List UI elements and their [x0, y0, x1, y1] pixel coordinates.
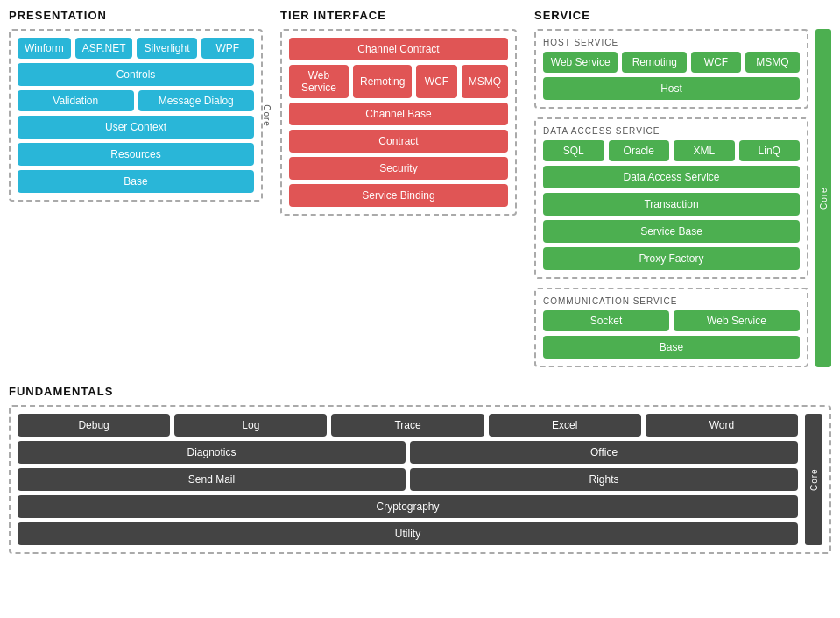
presentation-title: PRESENTATION — [9, 9, 263, 22]
aspnet-btn[interactable]: ASP.NET — [75, 38, 133, 59]
resources-btn[interactable]: Resources — [18, 143, 254, 166]
data-access-row1: SQL Oracle XML LinQ — [543, 140, 800, 161]
contract-btn[interactable]: Contract — [289, 130, 508, 153]
channel-contract-btn[interactable]: Channel Contract — [289, 38, 508, 60]
presentation-box: Winform ASP.NET Silverlight WPF Controls… — [9, 29, 263, 202]
fund-row2: Diagnotics Office — [18, 441, 798, 464]
tier-wcf-btn[interactable]: WCF — [416, 65, 456, 98]
word-btn[interactable]: Word — [646, 414, 798, 437]
winform-btn[interactable]: Winform — [18, 38, 71, 59]
service-binding-btn[interactable]: Service Binding — [289, 184, 508, 207]
user-context-btn[interactable]: User Context — [18, 116, 254, 139]
utility-btn[interactable]: Utility — [18, 522, 798, 545]
controls-btn[interactable]: Controls — [18, 63, 254, 86]
office-btn[interactable]: Office — [410, 441, 798, 464]
tier-interface-box: Channel Contract Web Service Remoting WC… — [280, 29, 517, 216]
fund-row1: Debug Log Trace Excel Word — [18, 414, 798, 437]
oracle-btn[interactable]: Oracle — [609, 140, 670, 161]
tier-row1: Web Service Remoting WCF MSMQ — [289, 65, 508, 98]
tier-webservice-btn[interactable]: Web Service — [289, 65, 349, 98]
service-core-label: Core — [815, 29, 831, 367]
trace-btn[interactable]: Trace — [331, 414, 484, 437]
comm-base-btn[interactable]: Base — [543, 336, 800, 359]
message-dialog-btn[interactable]: Message Dialog — [138, 90, 255, 111]
presentation-row1: Winform ASP.NET Silverlight WPF — [18, 38, 254, 59]
fund-row3: Send Mail Rights — [18, 468, 798, 491]
host-wcf-btn[interactable]: WCF — [691, 52, 740, 73]
service-title: SERVICE — [534, 9, 831, 22]
send-mail-btn[interactable]: Send Mail — [18, 468, 406, 491]
comm-webservice-btn[interactable]: Web Service — [674, 310, 800, 331]
rights-btn[interactable]: Rights — [410, 468, 798, 491]
service-section: SERVICE HOST SERVICE Web Service Remotin… — [534, 9, 831, 367]
fundamentals-box: Debug Log Trace Excel Word Diagnotics Of… — [9, 405, 831, 554]
debug-btn[interactable]: Debug — [18, 414, 170, 437]
proxy-factory-btn[interactable]: Proxy Factory — [543, 247, 800, 270]
communication-service-label: COMMUNICATION SERVICE — [543, 296, 800, 306]
channel-base-btn[interactable]: Channel Base — [289, 103, 508, 125]
linq-btn[interactable]: LinQ — [739, 140, 801, 161]
service-group: HOST SERVICE Web Service Remoting WCF MS… — [534, 29, 831, 367]
communication-service-box: COMMUNICATION SERVICE Socket Web Service… — [534, 288, 808, 367]
data-access-service-btn[interactable]: Data Access Service — [543, 166, 800, 188]
tier-msmq-btn[interactable]: MSMQ — [462, 65, 508, 98]
presentation-row2: Validation Message Dialog — [18, 90, 254, 111]
host-webservice-btn[interactable]: Web Service — [543, 52, 618, 73]
security-btn[interactable]: Security — [289, 157, 508, 180]
host-service-label: HOST SERVICE — [543, 38, 800, 47]
presentation-section: PRESENTATION Winform ASP.NET Silverlight… — [9, 9, 263, 367]
transaction-btn[interactable]: Transaction — [543, 193, 800, 216]
excel-btn[interactable]: Excel — [489, 414, 641, 437]
fundamentals-section: FUNDAMENTALS Debug Log Trace Excel Word … — [9, 385, 831, 554]
wpf-btn[interactable]: WPF — [201, 38, 254, 59]
presentation-core-label: Core — [263, 104, 272, 127]
socket-btn[interactable]: Socket — [543, 310, 669, 331]
host-msmq-btn[interactable]: MSMQ — [745, 52, 800, 73]
validation-btn[interactable]: Validation — [18, 90, 134, 111]
diagnotics-btn[interactable]: Diagnotics — [18, 441, 406, 464]
tier-interface-section: TIER INTERFACE Channel Contract Web Serv… — [280, 9, 517, 367]
sql-btn[interactable]: SQL — [543, 140, 604, 161]
host-service-box: HOST SERVICE Web Service Remoting WCF MS… — [534, 29, 808, 109]
xml-btn[interactable]: XML — [674, 140, 735, 161]
data-access-service-box: DATA ACCESS SERVICE SQL Oracle XML LinQ … — [534, 117, 808, 279]
fundamentals-core-label: Core — [805, 414, 822, 545]
data-access-label: DATA ACCESS SERVICE — [543, 126, 800, 136]
service-base-btn[interactable]: Service Base — [543, 220, 800, 243]
silverlight-btn[interactable]: Silverlight — [137, 38, 196, 59]
log-btn[interactable]: Log — [174, 414, 327, 437]
comm-row1: Socket Web Service — [543, 310, 800, 331]
base-btn-presentation[interactable]: Base — [18, 170, 254, 193]
host-remoting-btn[interactable]: Remoting — [622, 52, 687, 73]
host-row1: Web Service Remoting WCF MSMQ — [543, 52, 800, 73]
fundamentals-content: Debug Log Trace Excel Word Diagnotics Of… — [18, 414, 798, 545]
fundamentals-title: FUNDAMENTALS — [9, 385, 831, 398]
service-content: HOST SERVICE Web Service Remoting WCF MS… — [534, 29, 808, 367]
tier-interface-title: TIER INTERFACE — [280, 9, 517, 22]
tier-remoting-btn[interactable]: Remoting — [353, 65, 412, 98]
cryptography-btn[interactable]: Cryptography — [18, 495, 798, 518]
host-btn[interactable]: Host — [543, 77, 800, 100]
